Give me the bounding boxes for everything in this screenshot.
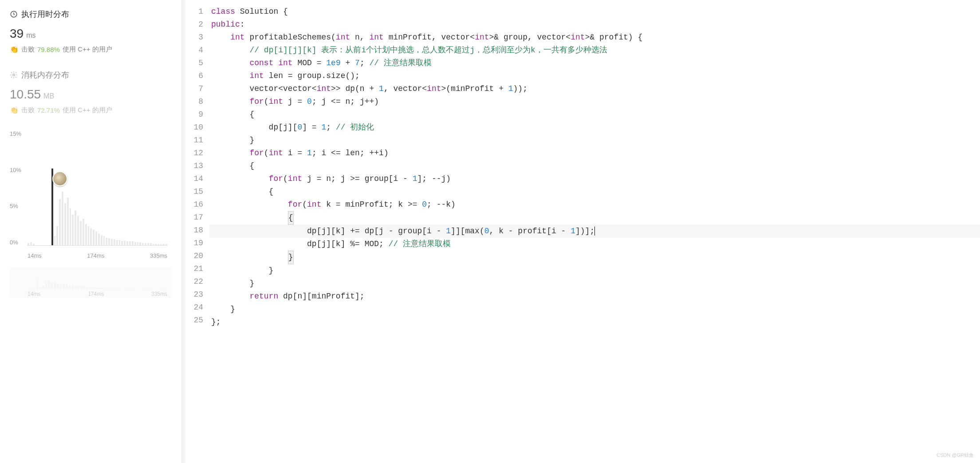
runtime-beat-label: 击败 xyxy=(21,45,35,54)
runtime-beat-line: 👏 击败 79.88% 使用 C++ 的用户 xyxy=(10,45,172,54)
chart-bars xyxy=(28,130,167,245)
memory-unit: MB xyxy=(43,92,54,100)
memory-value-row: 10.55 MB xyxy=(10,87,172,102)
runtime-unit: ms xyxy=(26,31,35,39)
memory-value: 10.55 xyxy=(10,87,41,102)
runtime-value-row: 39 ms xyxy=(10,27,172,41)
runtime-title: 执行用时分布 xyxy=(21,9,69,20)
memory-header: 消耗内存分布 xyxy=(10,70,172,80)
runtime-beat-pct: 79.88% xyxy=(37,46,60,53)
clap-icon: 👏 xyxy=(10,45,19,54)
y-tick: 5% xyxy=(10,203,26,209)
y-tick: 10% xyxy=(10,167,26,173)
code-body[interactable]: class Solution {public: int profitableSc… xyxy=(209,0,980,463)
chart-x-axis: 14ms 174ms 335ms xyxy=(28,252,167,259)
runtime-header: 执行用时分布 xyxy=(10,9,172,20)
stats-sidebar: 执行用时分布 39 ms 👏 击败 79.88% 使用 C++ 的用户 消耗内存… xyxy=(0,0,182,463)
x-tick: 174ms xyxy=(88,291,104,297)
runtime-chart-mini[interactable]: 14ms 174ms 335ms xyxy=(10,267,172,298)
x-tick: 174ms xyxy=(87,252,104,259)
line-gutter: 1234567891011121314151617181920212223242… xyxy=(185,0,209,463)
chart-body xyxy=(28,130,167,246)
svg-point-1 xyxy=(13,74,15,76)
memory-beat-label: 击败 xyxy=(21,106,35,114)
memory-beat-suffix: 使用 C++ 的用户 xyxy=(63,106,112,114)
runtime-chart[interactable]: 15% 10% 5% 0% 14ms 174ms 335ms xyxy=(10,130,172,259)
memory-beat-pct: 72.71% xyxy=(37,106,60,114)
y-tick: 15% xyxy=(10,130,26,137)
chart-mini-x-axis: 14ms 174ms 335ms xyxy=(28,291,167,297)
x-tick: 335ms xyxy=(150,252,167,259)
memory-beat-line: 👏 击败 72.71% 使用 C++ 的用户 xyxy=(10,106,172,114)
y-tick: 0% xyxy=(10,239,26,246)
chart-y-axis: 15% 10% 5% 0% xyxy=(10,130,26,246)
x-tick: 14ms xyxy=(28,252,42,259)
clock-icon xyxy=(10,10,18,18)
memory-title: 消耗内存分布 xyxy=(21,70,69,80)
x-tick: 14ms xyxy=(28,291,40,297)
clap-icon: 👏 xyxy=(10,106,19,114)
runtime-beat-suffix: 使用 C++ 的用户 xyxy=(63,45,112,54)
avatar[interactable] xyxy=(52,171,67,186)
panel-divider[interactable] xyxy=(182,0,185,463)
watermark: CSDN @GR鲸鱼 xyxy=(937,452,974,459)
runtime-value: 39 xyxy=(10,27,24,41)
gear-icon xyxy=(10,71,18,79)
code-editor[interactable]: 1234567891011121314151617181920212223242… xyxy=(185,0,980,463)
x-tick: 335ms xyxy=(151,291,167,297)
chart-mini-bars xyxy=(28,271,167,289)
